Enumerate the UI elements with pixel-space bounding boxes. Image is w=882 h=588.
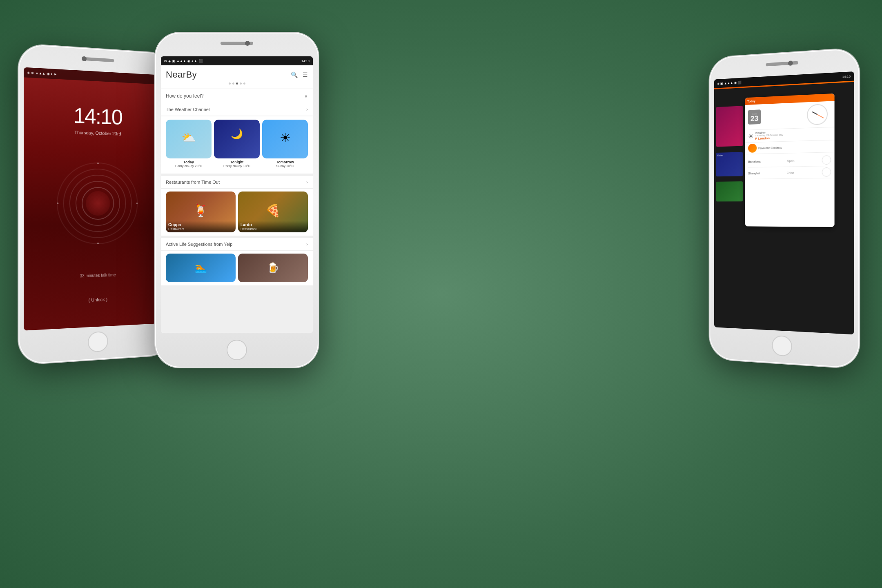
restaurant-lardo-overlay: Lardo Restaurant xyxy=(238,221,308,232)
weather-arrow: › xyxy=(306,107,308,112)
city-name-shanghai: Shanghai xyxy=(748,172,760,174)
phone-left-speaker xyxy=(82,57,114,62)
feel-section[interactable]: How do you feel? ∨ xyxy=(161,89,313,103)
restaurant-lardo-type: Restaurant xyxy=(241,227,305,231)
contacts-label: Favourite Contacts xyxy=(758,146,782,149)
restaurant-coppa[interactable]: Coppa Restaurant xyxy=(166,192,236,232)
phone-right-home[interactable] xyxy=(772,335,792,357)
weather-day-tonight: Tonight xyxy=(216,160,258,164)
city-row-shanghai: Shanghai China xyxy=(748,166,831,179)
weather-icon-today: ⛅ xyxy=(182,131,196,145)
restaurant-coppa-name: Coppa xyxy=(168,223,233,227)
feel-chevron: ∨ xyxy=(304,93,308,99)
restaurant-lardo[interactable]: Lardo Restaurant xyxy=(238,192,308,232)
weather-desc-today: Partly cloudy 23°C xyxy=(167,164,210,168)
dot-1 xyxy=(229,82,231,85)
app-thumb-2[interactable]: Enter xyxy=(716,152,743,176)
today-weather-temp: F London xyxy=(755,136,783,140)
weather-bg-today: ⛅ xyxy=(166,120,212,158)
restaurants-title: Restaurants from Time Out xyxy=(166,180,220,185)
clock-hour-hand xyxy=(812,111,817,115)
city-clock-barcelona xyxy=(822,155,831,165)
yelp-title: Active Life Suggestions from Yelp xyxy=(166,242,232,247)
nearby-header: NearBy 🔍 ☰ xyxy=(161,65,313,89)
contact-avatar xyxy=(748,144,757,153)
today-title: Today xyxy=(747,100,755,103)
phone-center-screen: ✉◈▣▲▲▲◉♦►⬛ 14:10 NearBy 🔍 ☰ xyxy=(161,56,313,333)
switcher-status-icons: ◈▣▲▲▲◉⬛ xyxy=(717,80,741,85)
lock-time: 14:10 xyxy=(24,101,168,131)
weather-card-tonight[interactable]: 🌙 Tonight Partly cloudy 18°C xyxy=(214,120,260,170)
phone-center: ✉◈▣▲▲▲◉♦►⬛ 14:10 NearBy 🔍 ☰ xyxy=(155,33,318,368)
nearby-status-bar: ✉◈▣▲▲▲◉♦►⬛ 14:10 xyxy=(161,56,313,65)
restaurants-arrow: › xyxy=(306,179,308,185)
weather-day-today: Today xyxy=(167,160,210,164)
phone-right-screen: ◈▣▲▲▲◉⬛ 14:10 Enter Today xyxy=(714,71,854,334)
today-card: Today Sun 23 xyxy=(745,94,834,227)
phone-left: ◈⊕▲▲▲◉♦► 14:10 xyxy=(18,44,172,365)
today-weather-icon: ☀ xyxy=(748,132,753,140)
phone-right: ◈▣▲▲▲◉⬛ 14:10 Enter Today xyxy=(710,48,860,368)
today-date-number: 23 xyxy=(751,115,758,122)
weather-card-today[interactable]: ⛅ Today Partly cloudy 23°C xyxy=(166,120,212,170)
lock-screen: ◈⊕▲▲▲◉♦► 14:10 xyxy=(24,67,168,331)
phone-center-home[interactable] xyxy=(227,340,247,360)
restaurants-header[interactable]: Restaurants from Time Out › xyxy=(161,176,313,188)
city-name-barcelona: Barcelona xyxy=(748,160,760,163)
restaurant-coppa-type: Restaurant xyxy=(168,227,233,231)
app-thumb-1[interactable] xyxy=(716,106,743,147)
today-weather-info: Weather Thursday, 23 October only F Lond… xyxy=(755,131,783,140)
lock-status-icons: ◈⊕▲▲▲◉♦► xyxy=(27,71,57,76)
weather-section-header[interactable]: The Weather Channel › xyxy=(161,103,313,116)
weather-icon-tonight: 🌙 xyxy=(231,128,243,140)
restaurant-cards: Coppa Restaurant Lardo Restaurant xyxy=(161,189,313,236)
switcher-screen: ◈▣▲▲▲◉⬛ 14:10 Enter Today xyxy=(714,71,854,334)
yelp-card-bar[interactable]: 🍺 xyxy=(238,254,308,282)
weather-day-tomorrow: Tomorrow xyxy=(264,160,306,164)
yelp-arrow: › xyxy=(306,241,308,247)
app-thumb-3[interactable] xyxy=(716,181,743,201)
yelp-card-pool[interactable]: 🏊 xyxy=(166,254,236,282)
weather-bg-tomorrow: ☀ xyxy=(262,120,308,158)
restaurants-section: Restaurants from Time Out › Coppa Restau… xyxy=(161,176,313,236)
lock-talk-time: 33 minutes talk time xyxy=(24,271,168,280)
weather-desc-tomorrow: Sunny 28°C xyxy=(264,164,306,168)
search-icon[interactable]: 🔍 xyxy=(291,71,298,78)
ubuntu-swirl xyxy=(57,162,138,245)
dot-5 xyxy=(243,82,245,85)
nearby-title-row: NearBy 🔍 ☰ xyxy=(166,69,308,80)
restaurant-lardo-name: Lardo xyxy=(241,223,305,227)
weather-desc-tonight: Partly cloudy 18°C xyxy=(216,164,258,168)
weather-icon-tomorrow: ☀ xyxy=(280,131,291,145)
phone-left-home[interactable] xyxy=(88,331,108,353)
nearby-content: How do you feel? ∨ The Weather Channel ›… xyxy=(161,89,313,333)
phone-left-camera xyxy=(82,56,87,61)
weather-bg-tonight: 🌙 xyxy=(214,120,260,158)
phone-right-camera xyxy=(788,60,793,66)
city-region-barcelona: Spain xyxy=(787,159,795,162)
yelp-header[interactable]: Active Life Suggestions from Yelp › xyxy=(161,238,313,250)
restaurant-coppa-overlay: Coppa Restaurant xyxy=(166,221,236,232)
city-row-barcelona: Barcelona Spain xyxy=(748,154,831,167)
yelp-cards: 🏊 🍺 xyxy=(161,251,313,285)
menu-icon[interactable]: ☰ xyxy=(303,71,308,78)
switcher-status-time: 14:10 xyxy=(842,74,851,78)
yelp-section: Active Life Suggestions from Yelp › 🏊 🍺 xyxy=(161,238,313,285)
today-app-card[interactable]: Today Sun 23 xyxy=(745,94,834,227)
weather-info-tomorrow: Tomorrow Sunny 28°C xyxy=(262,158,308,170)
today-date-badge: Sun 23 xyxy=(748,109,761,125)
lock-status-bar: ◈⊕▲▲▲◉♦► 14:10 xyxy=(24,67,168,85)
lock-unlock-label[interactable]: ( Unlock ) xyxy=(24,294,168,305)
nearby-page-dots xyxy=(166,82,308,85)
clock-minute-hand xyxy=(817,114,824,118)
feel-prompt: How do you feel? xyxy=(166,93,204,99)
phone-center-camera xyxy=(245,41,250,46)
today-cities: Barcelona Spain Shanghai China xyxy=(745,152,834,227)
nearby-header-icons: 🔍 ☰ xyxy=(291,71,308,78)
city-region-shanghai: China xyxy=(787,171,794,174)
nearby-app-title: NearBy xyxy=(166,69,197,80)
phone-left-screen: ◈⊕▲▲▲◉♦► 14:10 xyxy=(24,67,168,331)
weather-card-tomorrow[interactable]: ☀ Tomorrow Sunny 28°C xyxy=(262,120,308,170)
nearby-screen: ✉◈▣▲▲▲◉♦►⬛ 14:10 NearBy 🔍 ☰ xyxy=(161,56,313,333)
weather-info-today: Today Partly cloudy 23°C xyxy=(166,158,212,170)
